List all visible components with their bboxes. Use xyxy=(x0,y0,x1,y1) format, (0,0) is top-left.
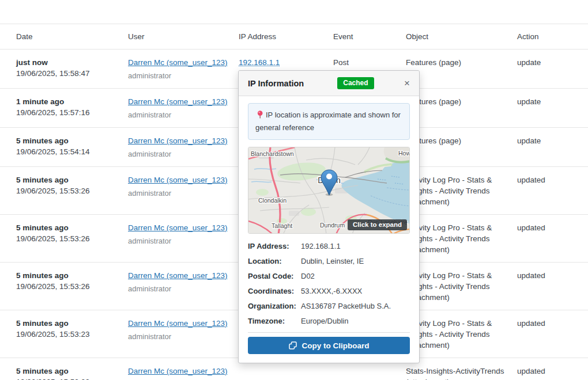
note-text: IP location is approximate and shown for… xyxy=(255,111,401,132)
date-cell: 5 minutes ago 19/06/2025, 15:53:26 xyxy=(16,263,128,310)
user-link[interactable]: Darren Mc (some_user_123) xyxy=(128,271,228,280)
object-cell: Features (page) xyxy=(406,50,517,88)
location-map[interactable]: Blanchardstown How Clondalkin Tallaght D… xyxy=(248,147,410,234)
cached-badge: Cached xyxy=(337,77,374,89)
user-cell: Darren Mc (some_user_123) administrator xyxy=(128,50,239,88)
map-label-clondalkin: Clondalkin xyxy=(258,197,287,204)
object-cell: Activity Log Pro - Stats & Insights - Ac… xyxy=(406,263,517,310)
map-expand-tooltip: Click to expand xyxy=(348,219,407,230)
user-cell: Darren Mc (some_user_123) administrator xyxy=(128,128,239,166)
user-role: administrator xyxy=(128,109,232,120)
date-cell: 5 minutes ago 19/06/2025, 15:53:26 xyxy=(16,167,128,214)
date-cell: just now 19/06/2025, 15:58:47 xyxy=(16,50,128,88)
object-cell: Features (page) xyxy=(406,89,517,127)
user-role: administrator xyxy=(128,283,232,294)
column-header-object: Object xyxy=(406,24,517,49)
object-cell: Stats-Insights-ActivityTrends (attachmen… xyxy=(406,358,517,380)
date-cell: 5 minutes ago 19/06/2025, 15:54:14 xyxy=(16,128,128,166)
action-cell: updated xyxy=(517,358,588,380)
user-cell: Darren Mc (some_user_123) administrator xyxy=(128,358,239,380)
field-row: IP Address: 192.168.1.1 xyxy=(248,241,410,252)
action-cell: updated xyxy=(517,310,588,358)
object-cell: Activity Log Pro - Stats & Insights - Ac… xyxy=(406,167,517,214)
table-header-row: Date User IP Address Event Object Action xyxy=(0,24,588,50)
popup-divider xyxy=(248,332,410,333)
map-label-howth: How xyxy=(398,150,410,157)
date-cell: 5 minutes ago 19/06/2025, 15:53:22 xyxy=(16,358,128,380)
ip-location-note: IP location is approximate and shown for… xyxy=(248,103,410,140)
field-row: Location: Dublin, Leinster, IE xyxy=(248,256,410,267)
copy-to-clipboard-button[interactable]: Copy to Clipboard xyxy=(248,337,410,354)
copy-icon xyxy=(289,341,297,349)
field-row: Timezone: Europe/Dublin xyxy=(248,316,410,326)
user-link[interactable]: Darren Mc (some_user_123) xyxy=(128,319,228,328)
user-link[interactable]: Darren Mc (some_user_123) xyxy=(128,58,228,67)
user-link[interactable]: Darren Mc (some_user_123) xyxy=(128,223,228,232)
column-header-date: Date xyxy=(16,24,128,49)
action-cell: update xyxy=(517,128,588,166)
user-link[interactable]: Darren Mc (some_user_123) xyxy=(128,367,228,375)
ip-detail-fields: IP Address: 192.168.1.1 Location: Dublin… xyxy=(248,241,410,326)
field-row: Postal Code: D02 xyxy=(248,271,410,282)
user-role: administrator xyxy=(128,235,232,246)
ip-link[interactable]: 192.168.1.1 xyxy=(239,58,280,67)
object-cell: Activity Log Pro - Stats & Insights - Ac… xyxy=(406,215,517,262)
column-header-ip: IP Address xyxy=(239,24,333,49)
map-label-dundrum: Dundrum xyxy=(320,222,345,229)
map-label-blanchardstown: Blanchardstown xyxy=(251,150,294,157)
user-link[interactable]: Darren Mc (some_user_123) xyxy=(128,176,228,184)
action-cell: updated xyxy=(517,263,588,310)
action-cell: update xyxy=(517,89,588,127)
popup-header: IP Information Cached × xyxy=(239,71,419,96)
user-role: administrator xyxy=(128,331,232,342)
user-cell: Darren Mc (some_user_123) administrator xyxy=(128,310,239,358)
user-cell: Darren Mc (some_user_123) administrator xyxy=(128,167,239,214)
user-role: administrator xyxy=(128,188,232,199)
close-icon[interactable]: × xyxy=(404,78,410,88)
date-cell: 5 minutes ago 19/06/2025, 15:53:23 xyxy=(16,310,128,358)
map-label-tallaght: Tallaght xyxy=(272,222,292,229)
object-cell: Features (page) xyxy=(406,128,517,166)
user-cell: Darren Mc (some_user_123) administrator xyxy=(128,89,239,127)
field-row: Coordinates: 53.XXXX,-6.XXXX xyxy=(248,286,410,297)
column-header-user: User xyxy=(128,24,239,49)
date-cell: 1 minute ago 19/06/2025, 15:57:16 xyxy=(16,89,128,127)
pushpin-icon xyxy=(257,111,263,122)
action-cell: update xyxy=(517,50,588,88)
column-header-event: Event xyxy=(333,24,406,49)
user-role: administrator xyxy=(128,149,232,159)
user-link[interactable]: Darren Mc (some_user_123) xyxy=(128,136,228,145)
column-header-action: Action xyxy=(517,24,588,49)
copy-button-label: Copy to Clipboard xyxy=(302,341,370,350)
action-cell: updated xyxy=(517,215,588,262)
object-cell: Activity Log Pro - Stats & Insights - Ac… xyxy=(406,310,517,358)
action-cell: updated xyxy=(517,167,588,214)
ip-information-popup: IP Information Cached × IP location is a… xyxy=(238,70,420,363)
date-cell: 5 minutes ago 19/06/2025, 15:53:26 xyxy=(16,215,128,262)
field-row: Organization: AS136787 PacketHub S.A. xyxy=(248,301,410,311)
user-cell: Darren Mc (some_user_123) administrator xyxy=(128,263,239,310)
popup-title: IP Information xyxy=(248,79,304,88)
user-role: administrator xyxy=(128,70,232,81)
user-link[interactable]: Darren Mc (some_user_123) xyxy=(128,97,228,106)
user-cell: Darren Mc (some_user_123) administrator xyxy=(128,215,239,262)
